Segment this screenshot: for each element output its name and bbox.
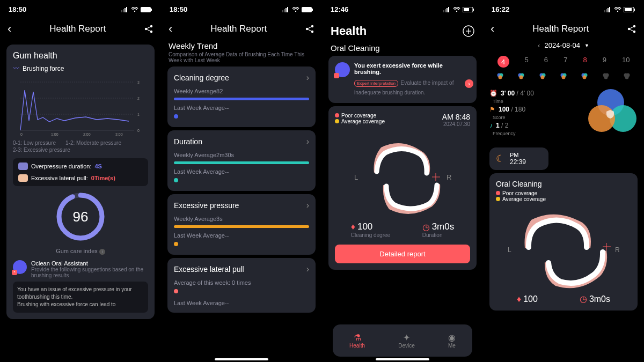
clock: 16:22 <box>492 5 509 13</box>
duration-label: Duration <box>422 232 455 238</box>
day-10[interactable]: 10 <box>622 56 630 68</box>
day-6[interactable]: 6 <box>544 56 548 68</box>
wifi-icon <box>614 7 621 12</box>
signal-icon <box>604 7 612 12</box>
svg-rect-26 <box>282 10 283 12</box>
svg-point-42 <box>456 10 457 11</box>
chevron-right-icon: › <box>306 264 309 274</box>
svg-text:2: 2 <box>137 97 140 100</box>
legend-moderate: 1-2: Moderate pressure <box>65 140 121 146</box>
add-icon[interactable] <box>463 25 474 37</box>
weekly-avg: Weekly Average3s <box>174 216 309 222</box>
metric-duration[interactable]: Duration› Weekly Average2m30s Last Week … <box>167 130 316 191</box>
svg-line-65 <box>629 29 634 32</box>
svg-rect-28 <box>286 8 287 12</box>
metric-cleaning[interactable]: Cleaning degree› Weekly Average82 Last W… <box>167 67 316 127</box>
home-indicator[interactable] <box>376 358 429 360</box>
share-icon[interactable] <box>627 24 636 34</box>
svg-rect-56 <box>609 7 610 12</box>
pm-time: 22:39 <box>510 158 526 166</box>
alarm-icon: ⏰ <box>489 90 497 97</box>
tab-device[interactable]: ✦Device <box>398 333 415 349</box>
back-button[interactable]: ‹ <box>169 22 172 36</box>
back-button[interactable]: ‹ <box>8 22 11 36</box>
degree-value: 100 <box>523 294 538 304</box>
wifi-icon <box>131 7 138 12</box>
day-4[interactable]: 4 <box>497 56 509 68</box>
svg-rect-40 <box>447 8 448 12</box>
signal-icon <box>121 7 129 12</box>
day-venn-icon <box>496 73 504 79</box>
svg-rect-60 <box>634 9 635 11</box>
svg-rect-1 <box>123 9 124 12</box>
svg-rect-29 <box>287 7 288 12</box>
share-icon[interactable] <box>144 24 153 34</box>
svg-line-64 <box>629 26 634 29</box>
stat-freq-max: / 2 <box>501 122 508 129</box>
weekly-trend-subtitle: Comparison of Average Data of Brushing E… <box>169 51 314 63</box>
stat-freq-value: 1 <box>496 122 500 129</box>
battery-icon <box>141 7 152 12</box>
page-title: Health Report <box>494 24 627 34</box>
share-icon[interactable] <box>305 24 314 34</box>
prev-date-button[interactable]: ‹ <box>538 41 540 49</box>
chart-label: Brushing force <box>23 65 64 72</box>
svg-line-37 <box>307 29 312 32</box>
chevron-right-icon: › <box>465 79 473 88</box>
duration-value: 3m0s <box>432 221 455 232</box>
last-avg: Last Week Average-- <box>174 232 309 239</box>
last-avg: Last Week Average-- <box>174 105 309 111</box>
score-ring: 96 <box>55 191 106 242</box>
day-7[interactable]: 7 <box>564 56 567 68</box>
alert-card[interactable]: You exert excessive force while brushing… <box>328 56 477 103</box>
tab-me[interactable]: ◉Me <box>448 333 456 349</box>
selected-date[interactable]: 2024-08-04 <box>544 41 580 49</box>
timestamp-date: 2024.07.30 <box>442 121 470 127</box>
svg-rect-2 <box>125 8 126 12</box>
assistant-avatar: s <box>13 260 27 274</box>
status-bar: 12:46 <box>322 0 483 19</box>
day-venn-icon <box>559 73 568 79</box>
day-venn-icon <box>623 73 631 79</box>
alert-text: You exert excessive force while brushing… <box>354 62 470 75</box>
clock-icon: ◷ <box>580 294 587 304</box>
clock: 18:50 <box>170 5 187 13</box>
back-button[interactable]: ‹ <box>491 22 494 36</box>
degree-value: 100 <box>357 221 372 232</box>
teeth-diagram: L R <box>349 131 456 217</box>
signal-icon <box>443 7 451 12</box>
svg-rect-0 <box>121 10 122 12</box>
flame-icon: ♦ <box>517 294 521 304</box>
battery-icon <box>463 7 474 12</box>
svg-rect-55 <box>608 8 609 12</box>
clock: 18:50 <box>9 5 26 13</box>
svg-rect-44 <box>464 8 469 11</box>
date-selector: 4 5 6 7 8 9 10 <box>483 54 644 70</box>
svg-rect-32 <box>312 9 313 11</box>
tab-health[interactable]: ⚗Health <box>349 333 365 349</box>
svg-line-11 <box>146 29 151 32</box>
chevron-right-icon: › <box>306 201 309 210</box>
svg-point-30 <box>295 10 296 11</box>
shield-icon <box>605 109 615 119</box>
day-5[interactable]: 5 <box>525 56 529 68</box>
svg-rect-59 <box>625 8 632 11</box>
svg-text:1: 1 <box>137 113 140 116</box>
detailed-report-button[interactable]: Detailed report <box>335 245 470 263</box>
day-9[interactable]: 9 <box>603 56 606 68</box>
time-pill[interactable]: ☾ PM22:39 <box>489 147 548 170</box>
metric-lateral[interactable]: Excessive lateral pull› Average of this … <box>167 258 316 313</box>
weekly-avg: Weekly Average82 <box>174 88 309 94</box>
date-dropdown-icon[interactable]: ▼ <box>584 43 589 48</box>
lateral-value: 0Time(s) <box>91 175 115 181</box>
weekly-avg: Weekly Average2m30s <box>174 152 309 158</box>
day-venn-icon <box>538 73 547 79</box>
metric-title: Duration <box>174 137 202 146</box>
timestamp-time: AM 8:48 <box>442 113 470 121</box>
home-indicator[interactable] <box>215 358 268 360</box>
day-8[interactable]: 8 <box>583 56 587 68</box>
svg-point-68 <box>498 76 502 79</box>
svg-text:3:00: 3:00 <box>115 132 123 136</box>
metric-pressure[interactable]: Excessive pressure› Weekly Average3s Las… <box>167 194 316 255</box>
status-icons <box>604 7 635 12</box>
